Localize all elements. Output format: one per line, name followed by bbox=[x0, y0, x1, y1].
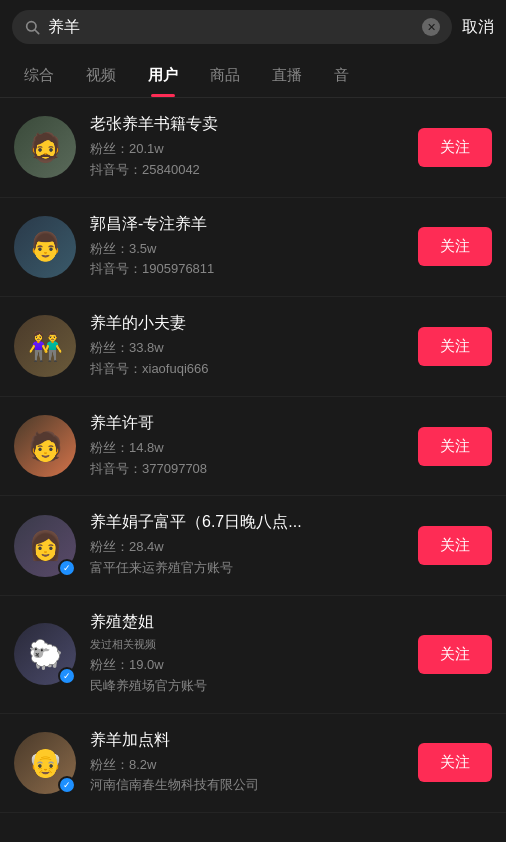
cancel-button[interactable]: 取消 bbox=[462, 17, 494, 38]
user-id: 抖音号：1905976811 bbox=[90, 259, 404, 280]
user-info: 养羊许哥 粉丝：14.8w 抖音号：377097708 bbox=[90, 413, 404, 480]
tab-comprehensive[interactable]: 综合 bbox=[8, 54, 70, 97]
avatar-wrapper: 👴 ✓ bbox=[14, 732, 76, 794]
avatar: 🧑 bbox=[14, 415, 76, 477]
user-info: 养羊加点料 粉丝：8.2w 河南信南春生物科技有限公司 bbox=[90, 730, 404, 797]
search-icon bbox=[24, 19, 40, 35]
avatar-wrapper: 👨 bbox=[14, 216, 76, 278]
user-fans: 粉丝：14.8w bbox=[90, 438, 404, 459]
list-item: 🐑 ✓ 养殖楚姐 发过相关视频 粉丝：19.0w 民峰养殖场官方账号 关注 bbox=[0, 596, 506, 714]
search-input[interactable] bbox=[48, 18, 414, 36]
tab-music[interactable]: 音 bbox=[318, 54, 365, 97]
follow-button[interactable]: 关注 bbox=[418, 227, 492, 266]
user-list: 🧔 老张养羊书籍专卖 粉丝：20.1w 抖音号：25840042 关注 👨 郭昌… bbox=[0, 98, 506, 813]
list-item: 👩 ✓ 养羊娟子富平（6.7日晚八点... 粉丝：28.4w 富平任来运养殖官方… bbox=[0, 496, 506, 596]
list-item: 👫 养羊的小夫妻 粉丝：33.8w 抖音号：xiaofuqi666 关注 bbox=[0, 297, 506, 397]
user-info: 养羊娟子富平（6.7日晚八点... 粉丝：28.4w 富平任来运养殖官方账号 bbox=[90, 512, 404, 579]
follow-button[interactable]: 关注 bbox=[418, 327, 492, 366]
avatar-wrapper: 👩 ✓ bbox=[14, 515, 76, 577]
avatar-wrapper: 👫 bbox=[14, 315, 76, 377]
avatar: 👫 bbox=[14, 315, 76, 377]
user-id: 抖音号：25840042 bbox=[90, 160, 404, 181]
svg-line-1 bbox=[35, 30, 39, 34]
user-id: 抖音号：xiaofuqi666 bbox=[90, 359, 404, 380]
verified-badge: ✓ bbox=[58, 559, 76, 577]
follow-button[interactable]: 关注 bbox=[418, 427, 492, 466]
verified-badge: ✓ bbox=[58, 776, 76, 794]
user-info: 养殖楚姐 发过相关视频 粉丝：19.0w 民峰养殖场官方账号 bbox=[90, 612, 404, 697]
tab-live[interactable]: 直播 bbox=[256, 54, 318, 97]
avatar-wrapper: 🧔 bbox=[14, 116, 76, 178]
user-fans: 粉丝：28.4w bbox=[90, 537, 404, 558]
list-item: 👴 ✓ 养羊加点料 粉丝：8.2w 河南信南春生物科技有限公司 关注 bbox=[0, 714, 506, 814]
follow-button[interactable]: 关注 bbox=[418, 526, 492, 565]
user-name: 养羊加点料 bbox=[90, 730, 404, 751]
user-id: 富平任来运养殖官方账号 bbox=[90, 558, 404, 579]
follow-button[interactable]: 关注 bbox=[418, 128, 492, 167]
user-fans: 粉丝：8.2w bbox=[90, 755, 404, 776]
search-input-wrapper: ✕ bbox=[12, 10, 452, 44]
user-fans: 粉丝：3.5w bbox=[90, 239, 404, 260]
user-fans: 粉丝：20.1w bbox=[90, 139, 404, 160]
search-bar: ✕ 取消 bbox=[0, 0, 506, 54]
list-item: 🧔 老张养羊书籍专卖 粉丝：20.1w 抖音号：25840042 关注 bbox=[0, 98, 506, 198]
user-fans: 粉丝：19.0w bbox=[90, 655, 404, 676]
user-id: 抖音号：377097708 bbox=[90, 459, 404, 480]
user-id: 河南信南春生物科技有限公司 bbox=[90, 775, 404, 796]
avatar-wrapper: 🐑 ✓ bbox=[14, 623, 76, 685]
user-id: 民峰养殖场官方账号 bbox=[90, 676, 404, 697]
tab-user[interactable]: 用户 bbox=[132, 54, 194, 97]
tab-video[interactable]: 视频 bbox=[70, 54, 132, 97]
user-name: 养殖楚姐 bbox=[90, 612, 404, 633]
user-name: 养羊娟子富平（6.7日晚八点... bbox=[90, 512, 404, 533]
follow-button[interactable]: 关注 bbox=[418, 743, 492, 782]
avatar: 👨 bbox=[14, 216, 76, 278]
avatar: 🧔 bbox=[14, 116, 76, 178]
tab-product[interactable]: 商品 bbox=[194, 54, 256, 97]
tabs-bar: 综合 视频 用户 商品 直播 音 bbox=[0, 54, 506, 98]
avatar-wrapper: 🧑 bbox=[14, 415, 76, 477]
follow-button[interactable]: 关注 bbox=[418, 635, 492, 674]
user-info: 养羊的小夫妻 粉丝：33.8w 抖音号：xiaofuqi666 bbox=[90, 313, 404, 380]
clear-icon[interactable]: ✕ bbox=[422, 18, 440, 36]
user-info: 老张养羊书籍专卖 粉丝：20.1w 抖音号：25840042 bbox=[90, 114, 404, 181]
user-fans: 粉丝：33.8w bbox=[90, 338, 404, 359]
user-name: 老张养羊书籍专卖 bbox=[90, 114, 404, 135]
user-info: 郭昌泽-专注养羊 粉丝：3.5w 抖音号：1905976811 bbox=[90, 214, 404, 281]
list-item: 🧑 养羊许哥 粉丝：14.8w 抖音号：377097708 关注 bbox=[0, 397, 506, 497]
user-name: 养羊的小夫妻 bbox=[90, 313, 404, 334]
list-item: 👨 郭昌泽-专注养羊 粉丝：3.5w 抖音号：1905976811 关注 bbox=[0, 198, 506, 298]
user-name: 郭昌泽-专注养羊 bbox=[90, 214, 404, 235]
verified-badge: ✓ bbox=[58, 667, 76, 685]
user-name: 养羊许哥 bbox=[90, 413, 404, 434]
user-extra-tag: 发过相关视频 bbox=[90, 637, 404, 652]
